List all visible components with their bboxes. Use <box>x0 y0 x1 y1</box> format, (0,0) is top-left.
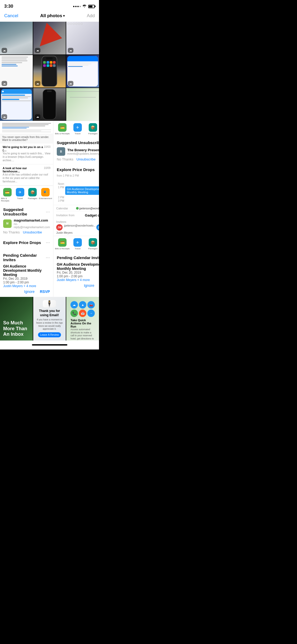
calendar-label: Calendar <box>56 207 68 210</box>
promo-email-sub: If you have a moment to leave a review i… <box>35 318 64 331</box>
wifi-icon <box>82 4 87 8</box>
invitee-avatar: JW <box>56 224 63 231</box>
invitation-section: Calendar jpeterson@wonderhowto.com Invit… <box>54 205 99 236</box>
packages-icon[interactable]: 📦 Packages <box>85 238 99 250</box>
bills-receipts-icon[interactable]: 💳 Bills & Receipts <box>55 123 70 135</box>
bills-receipts-icon[interactable]: 💳 Bills & Receipts <box>55 238 70 250</box>
sender-avatar: B <box>57 147 65 156</box>
photo-cell[interactable]: ☁ <box>66 22 99 54</box>
email-list: We're going to let you in on a (… 10/03 … <box>0 143 53 186</box>
calendar-view: Noon 1 PM GH Audience Development Monthl… <box>54 180 99 204</box>
calendar-action-icon[interactable]: 📅 <box>79 310 86 317</box>
unsubscribe-button[interactable]: Unsubscribe <box>77 157 96 161</box>
cloud-icon: ☁ <box>68 48 73 53</box>
sender-avatar: M <box>3 219 12 228</box>
car-action-icon[interactable]: 🚗 <box>87 301 95 309</box>
photo-cell[interactable]: ☁ <box>0 88 33 121</box>
photo-grid: ☁ ☁ ☁ ☁ <box>0 22 99 121</box>
unsubscribe-notice: You never open emails from this sender. … <box>0 134 53 143</box>
nav-title: All photos ▾ <box>40 13 65 19</box>
more-options-button[interactable]: ⋯ <box>46 240 50 245</box>
photo-cell[interactable]: ☁ <box>33 55 66 88</box>
promo-inbox-text: So Much More Than An Inbox <box>3 320 30 337</box>
travel-icon[interactable]: ✈ Travel <box>70 238 85 250</box>
leave-review-button[interactable]: Leave A Review <box>38 332 61 337</box>
category-icons-right-2: 💳 Bills & Receipts ✈ Travel 📦 Packages 🎭… <box>54 236 99 252</box>
battery-icon <box>88 5 95 8</box>
navigate-action-icon[interactable]: ▲ <box>79 301 86 309</box>
two-col-section: You never open emails from this sender. … <box>0 121 99 297</box>
promo-actions: ☁ ▲ 🚗 📞 📅 → Take Quick Actions On the Ru… <box>66 297 99 341</box>
ignore-button[interactable]: Ignore <box>84 283 95 288</box>
unsubscribe-button[interactable]: Unsubscribe <box>23 230 42 234</box>
calendar-event-bar: GH Audience Development Monthly Meeting <box>65 186 99 195</box>
ignore-button[interactable]: Ignore <box>24 289 35 294</box>
promo-email: 🕴 Thank you for using Email! If you have… <box>33 297 66 341</box>
more-options-button[interactable]: ⋯ <box>46 255 50 260</box>
dropdown-arrow-icon[interactable]: ▾ <box>63 14 65 18</box>
rsvp-button[interactable]: RSVP <box>40 289 50 294</box>
invitees-row: Invitees 4 › JW jpeterson@wonderhowto...… <box>56 220 99 234</box>
signal-icon <box>73 6 81 7</box>
event-item: GH Audience Development Monthly Meeting … <box>3 264 50 288</box>
phone-action-icon[interactable]: 📞 <box>70 310 78 317</box>
cloud-icon: ☁ <box>2 81 7 86</box>
add-button[interactable]: Add <box>87 13 95 19</box>
status-bar: 3:30 <box>0 0 99 11</box>
invitation-from-row[interactable]: Invitation from Gadget calendar › <box>56 211 99 219</box>
explore-price-drops-right: Explore Price Drops ⋯ from 1 PM to 2 PM <box>54 164 99 180</box>
home-bar <box>32 344 67 346</box>
cloud-icon: ☁ <box>35 114 40 119</box>
bills-receipts-icon[interactable]: 💳 Bills & Receipts <box>1 188 14 202</box>
no-thanks-button[interactable]: No Thanks <box>3 230 20 234</box>
photo-cell[interactable]: ☁ <box>0 22 33 54</box>
photo-cell[interactable]: ☁ <box>33 22 66 54</box>
no-thanks-button[interactable]: No Thanks <box>57 157 73 161</box>
cloud-icon: ☁ <box>35 81 40 86</box>
photo-cell[interactable]: ☁ <box>33 88 66 121</box>
cloud-icon: ☁ <box>2 114 7 119</box>
pending-calendar-right: Pending Calendar Invites ⋯ GH Audience D… <box>54 252 99 290</box>
cloud-icon: ☁ <box>2 48 7 53</box>
packages-icon[interactable]: 📦 Packages <box>85 123 99 135</box>
more-options-button[interactable]: ⋯ <box>46 209 50 214</box>
event-item: GH Audience Development Monthly Meeting … <box>57 262 99 282</box>
suggested-unsubscribe-left: Suggested Unsubscribe ⋯ M magnoliamarket… <box>0 205 53 237</box>
invitee-avatar: JM <box>96 224 99 231</box>
photo-cell[interactable]: ☁ <box>0 55 33 88</box>
promo-email-title: Thank you for using Email! <box>35 309 64 317</box>
pending-calendar-left: Pending Calendar Invites ⋯ GH Audience D… <box>0 250 53 296</box>
photo-cell[interactable] <box>66 88 99 121</box>
status-time: 3:30 <box>4 4 13 9</box>
email-mascot-icon: 🕴 <box>43 300 56 307</box>
explore-price-drops-left: Explore Price Drops ⋯ <box>0 237 53 250</box>
photo-cell[interactable]: ☁ <box>66 55 99 88</box>
cloud-icon: ☁ <box>35 48 40 53</box>
cloud-icon: ☁ <box>68 81 73 86</box>
right-col: 💳 Bills & Receipts ✈ Travel 📦 Packages 🎭… <box>54 121 99 297</box>
travel-icon[interactable]: ✈ Travel <box>70 123 85 135</box>
promo-actions-sub: Access automated shortcuts to make a cal… <box>70 328 95 341</box>
category-icons-right: 💳 Bills & Receipts ✈ Travel 📦 Packages 🎭… <box>54 121 99 137</box>
promo-actions-title: Take Quick Actions On the Run <box>70 319 95 328</box>
travel-icon[interactable]: ✈ Travel <box>14 188 26 202</box>
email-list-item[interactable]: We're going to let you in on a (… 10/03 … <box>0 143 53 164</box>
category-icons-left: 💳 Bills & Receipts ✈ Travel 📦 Packages 🎭… <box>0 186 53 204</box>
cloud-action-icon[interactable]: ☁ <box>70 301 78 309</box>
promo-grid: So Much More Than An Inbox 🕴 Thank you f… <box>0 297 99 341</box>
text-card-content <box>2 123 51 128</box>
promo-inbox: So Much More Than An Inbox <box>0 297 33 341</box>
cancel-button[interactable]: Cancel <box>4 13 18 19</box>
packages-icon[interactable]: 📦 Packages <box>26 188 39 202</box>
nav-bar: Cancel All photos ▾ Add <box>0 11 99 22</box>
forward-action-icon[interactable]: → <box>87 310 95 317</box>
left-col: You never open emails from this sender. … <box>0 121 53 297</box>
home-indicator <box>0 341 99 349</box>
suggested-unsubscribe-right: Suggested Unsubscribe ⋯ B The Bowery Pre… <box>54 137 99 164</box>
entertainment-icon[interactable]: 🎭 Entertainment <box>39 188 52 202</box>
email-list-item[interactable]: A look at how our farmhouse... 10/09 A l… <box>0 164 53 186</box>
status-icons <box>73 4 95 8</box>
